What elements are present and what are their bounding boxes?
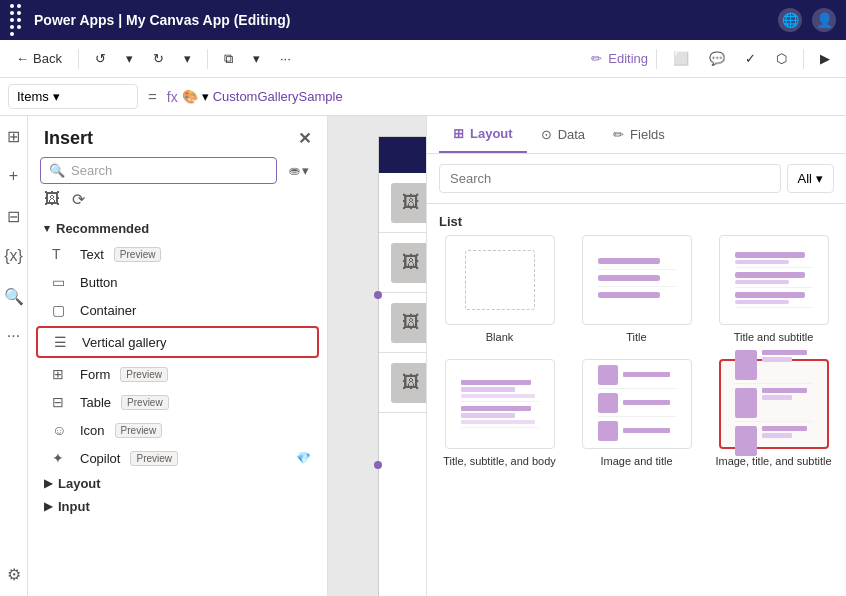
redo-dropdown[interactable]: ▾ xyxy=(176,47,199,70)
insert-item-container[interactable]: ▢ Container xyxy=(28,296,327,324)
user-avatar[interactable]: 👤 xyxy=(812,8,836,32)
publish-button[interactable]: ⬡ xyxy=(768,47,795,70)
layout-preview-blank xyxy=(445,235,555,325)
insert-item-table[interactable]: ⊟ Table Preview xyxy=(28,388,327,416)
img-sub-img3 xyxy=(735,426,757,456)
icon-icon: ☺ xyxy=(52,422,70,438)
tab-data[interactable]: ⊙ Data xyxy=(527,117,599,152)
layout-card-blank[interactable]: Blank xyxy=(439,235,560,343)
insert-title: Insert xyxy=(44,128,93,149)
all-dropdown[interactable]: All ▾ xyxy=(787,164,834,193)
recommended-section-header[interactable]: ▾ Recommended xyxy=(28,217,327,240)
img-sub-img1 xyxy=(735,350,757,380)
body-rows xyxy=(455,374,545,434)
globe-icon[interactable]: 🌐 xyxy=(778,8,802,32)
layout-card-title[interactable]: Title xyxy=(576,235,697,343)
title-bar: Power Apps | My Canvas App (Editing) 🌐 👤 xyxy=(0,0,846,40)
back-button[interactable]: ← Back xyxy=(8,47,70,70)
insert-item-icon[interactable]: ☺ Icon Preview xyxy=(28,416,327,444)
sub-bar-s1 xyxy=(735,260,790,264)
filter-chevron: ▾ xyxy=(302,163,309,178)
img-sub-s3 xyxy=(762,433,793,438)
form-icon: ⊞ xyxy=(52,366,70,382)
layout-search-input[interactable] xyxy=(439,164,781,193)
insert-item-button[interactable]: ▭ Button xyxy=(28,268,327,296)
toolbar: ← Back ↺ ▾ ↻ ▾ ⧉ ▾ ··· ✏ Editing ⬜ 💬 ✓ ⬡… xyxy=(0,40,846,78)
rail-grid-icon[interactable]: ⊟ xyxy=(2,204,26,228)
layout-preview-image-title-subtitle xyxy=(719,359,829,449)
img-sub-lines3 xyxy=(762,426,813,438)
insert-search-box[interactable]: 🔍 Search xyxy=(40,157,277,184)
image-insert-icon[interactable]: 🖼 xyxy=(44,190,60,209)
layout-card-title-subtitle[interactable]: Title and subtitle xyxy=(713,235,834,343)
apps-icon[interactable] xyxy=(10,4,24,36)
handle-tl[interactable] xyxy=(374,291,382,299)
sub-bar-t1 xyxy=(735,252,805,258)
undo-dropdown[interactable]: ▾ xyxy=(118,47,141,70)
copy-button[interactable]: ⧉ xyxy=(216,47,241,71)
rail-add-icon[interactable]: + xyxy=(2,164,26,188)
items-dropdown[interactable]: Items ▾ xyxy=(8,84,138,109)
refresh-icon[interactable]: ⟳ xyxy=(72,190,85,209)
layout-label-title: Title xyxy=(626,331,646,343)
text-icon: T xyxy=(52,246,70,262)
fields-tab-icon: ✏ xyxy=(613,127,624,142)
canvas-header-bar xyxy=(379,137,426,173)
layout-section-header[interactable]: ▶ Layout xyxy=(28,472,327,495)
layout-card-image-title-subtitle[interactable]: Image, title, and subtitle xyxy=(713,359,834,467)
share-button[interactable]: ⬜ xyxy=(665,47,697,70)
img-title-line3 xyxy=(623,428,671,433)
insert-search-row: 🔍 Search ⛂ ▾ xyxy=(28,157,327,190)
rail-search-icon[interactable]: 🔍 xyxy=(2,284,26,308)
editing-label: Editing xyxy=(608,51,648,66)
img-title-lines2 xyxy=(623,400,676,405)
more-button[interactable]: ··· xyxy=(272,47,299,70)
rail-insert-icon[interactable]: ⊞ xyxy=(2,124,26,148)
title-row-3 xyxy=(598,292,676,303)
insert-item-form[interactable]: ⊞ Form Preview xyxy=(28,360,327,388)
handle-bl[interactable] xyxy=(374,461,382,469)
insert-item-vertical-gallery[interactable]: ☰ Vertical gallery xyxy=(36,326,319,358)
input-section-header[interactable]: ▶ Input xyxy=(28,495,327,518)
layout-label-image-title-subtitle: Image, title, and subtitle xyxy=(715,455,831,467)
layout-preview-title-subtitle-body xyxy=(445,359,555,449)
comment-button[interactable]: 💬 xyxy=(701,47,733,70)
check-button[interactable]: ✓ xyxy=(737,47,764,70)
rail-more-icon[interactable]: ··· xyxy=(2,324,26,348)
body-bar-t2 xyxy=(461,406,531,411)
gallery-area[interactable]: 🖼 🖼 🖼 xyxy=(379,173,426,413)
right-panel: ⊞ Layout ⊙ Data ✏ Fields All ▾ List xyxy=(426,116,846,596)
layout-label-title-subtitle-body: Title, subtitle, and body xyxy=(443,455,556,467)
subtitle-entry-1 xyxy=(735,252,813,268)
insert-item-copilot[interactable]: ✦ Copilot Preview 💎 xyxy=(28,444,327,472)
redo-button[interactable]: ↻ xyxy=(145,47,172,70)
rail-settings-icon[interactable]: ⚙ xyxy=(2,562,26,586)
filter-icon: ⛂ xyxy=(289,163,300,178)
layout-label-title-subtitle: Title and subtitle xyxy=(734,331,814,343)
copy-dropdown[interactable]: ▾ xyxy=(245,47,268,70)
img-sub-entry-3 xyxy=(735,426,813,459)
img-title-entry-1 xyxy=(598,365,676,389)
list-section-label: List xyxy=(427,204,846,235)
filter-button[interactable]: ⛂ ▾ xyxy=(283,159,315,182)
insert-header: Insert ✕ xyxy=(28,116,327,157)
body-entry-1 xyxy=(461,380,539,402)
sub-bar-s2 xyxy=(735,280,790,284)
layout-card-title-subtitle-body[interactable]: Title, subtitle, and body xyxy=(439,359,560,467)
img-sub-s1 xyxy=(762,357,793,362)
tab-fields[interactable]: ✏ Fields xyxy=(599,117,679,152)
gallery-item-3: 🖼 xyxy=(379,293,426,353)
play-button[interactable]: ▶ xyxy=(812,47,838,70)
layout-card-image-title[interactable]: Image and title xyxy=(576,359,697,467)
chevron-right-icon: ▶ xyxy=(44,477,52,490)
formula-value: CustomGallerySample xyxy=(213,89,343,104)
undo-button[interactable]: ↺ xyxy=(87,47,114,70)
close-icon[interactable]: ✕ xyxy=(298,129,311,148)
all-chevron-icon: ▾ xyxy=(816,171,823,186)
toolbar-separator-1 xyxy=(78,49,79,69)
equal-sign: = xyxy=(142,88,163,105)
insert-item-text[interactable]: T Text Preview xyxy=(28,240,327,268)
gallery-item-4: 🖼 xyxy=(379,353,426,413)
tab-layout[interactable]: ⊞ Layout xyxy=(439,116,527,153)
rail-variable-icon[interactable]: {x} xyxy=(2,244,26,268)
